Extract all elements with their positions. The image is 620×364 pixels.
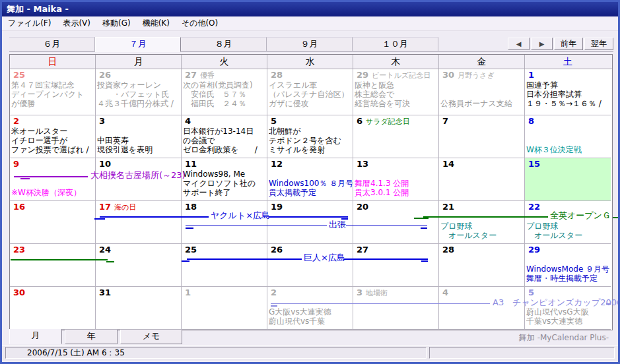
day-cell[interactable]: 27: [353, 244, 439, 286]
day-number: 28: [271, 70, 283, 80]
day-cell[interactable]: 17海の日: [96, 201, 182, 243]
day-cell[interactable]: 2米オールスターイチロー選手がファン投票で選ばれ /: [10, 115, 96, 158]
event-span-line: [271, 303, 490, 304]
day-cell[interactable]: 7: [439, 115, 525, 158]
menu-file[interactable]: ファイル(F): [2, 16, 57, 30]
day-cell[interactable]: 24: [96, 244, 182, 286]
day-cell[interactable]: 23: [10, 244, 96, 286]
event-text: 米オールスター: [10, 127, 95, 136]
menu-function[interactable]: 機能(K): [137, 16, 176, 30]
day-number: 2: [13, 116, 19, 126]
day-cell[interactable]: 25第４７回宝塚記念ディープインパクトが優勝: [10, 69, 96, 115]
day-cell[interactable]: 8W杯３位決定戦: [525, 115, 611, 158]
day-cell[interactable]: 28: [439, 244, 525, 286]
prev-month-button[interactable]: ◀: [508, 38, 530, 50]
day-cell[interactable]: 18: [182, 201, 267, 243]
day-cell[interactable]: 11Windows98, Meマイクロソフト社のサポート終了: [182, 158, 267, 200]
event-span-line: [100, 216, 209, 218]
day-cell[interactable]: 13舞暦4.1.3 公開貫太3.0.1 公開: [353, 158, 439, 200]
day-cell[interactable]: 21プロ野球 オールスター: [439, 201, 525, 243]
event-text: プロ野球: [439, 222, 524, 231]
day-cell[interactable]: 28イスラエル軍（パレスチナ自治区）ガザに侵攻: [267, 69, 353, 115]
tab-year-view[interactable]: 年: [65, 330, 118, 344]
day-cell[interactable]: 20: [353, 201, 439, 243]
event-text: 現役引退を表明: [96, 145, 181, 154]
day-cell[interactable]: 4: [439, 287, 525, 329]
day-cell[interactable]: 1: [182, 287, 267, 329]
day-number: 13: [357, 159, 368, 169]
event-text: WindowsMode ９月号: [525, 264, 611, 274]
day-cell[interactable]: 22プロ野球 オールスター: [525, 201, 611, 243]
day-number: 30: [442, 70, 454, 80]
event-text: オールスター: [439, 231, 524, 240]
day-cell[interactable]: 2G大阪vs大連実徳蔚山現代vs千葉: [267, 287, 353, 329]
tab-month-view[interactable]: 月: [9, 329, 62, 344]
day-cell[interactable]: 25: [182, 244, 267, 286]
event-text: 舞暦・時生掲載予定: [525, 274, 611, 283]
day-cell[interactable]: 30月野うさぎ公務員ボーナス支給: [439, 69, 525, 115]
prev-year-button[interactable]: 前年: [554, 38, 583, 50]
event-text: イスラエル軍: [267, 80, 353, 90]
day-number: 26: [99, 70, 111, 80]
day-cell[interactable]: 6サラダ記念日: [353, 115, 439, 158]
tab-july-selected[interactable]: ７月: [95, 37, 181, 52]
menu-view[interactable]: 表示(V): [57, 16, 96, 30]
event-text: [96, 127, 181, 136]
day-cell[interactable]: 5北朝鮮がテポドン２号を含むミサイルを発射: [267, 115, 353, 158]
day-cell[interactable]: 16: [10, 201, 96, 243]
day-number: 3: [99, 116, 105, 126]
day-number: 25: [185, 245, 197, 255]
day-number: 4: [185, 116, 191, 126]
day-cell[interactable]: 29ビートルズ記念日阪神と阪急株主総会で経営統合を可決: [353, 69, 439, 115]
title-bar[interactable]: 舞加 - Maika -: [2, 2, 618, 16]
status-empty-segment: [429, 347, 615, 359]
tab-august[interactable]: ８月: [181, 37, 267, 51]
event-text: ディープインパクト: [10, 90, 95, 99]
day-label: 海の日: [114, 202, 136, 212]
next-month-button[interactable]: ▶: [531, 38, 553, 50]
event-span-tick: [271, 305, 277, 307]
event-text: 舞暦4.1.3 公開: [353, 179, 438, 188]
next-year-button[interactable]: 翌年: [584, 38, 613, 50]
left-arrow-icon: ◀: [516, 40, 522, 47]
day-cell[interactable]: 5蔚山現代vsG大阪千葉vs大連実徳: [525, 287, 611, 329]
day-cell[interactable]: 14: [439, 158, 525, 200]
day-cell[interactable]: 1国連予算日本分担率試算１９・５％→１６％ /: [525, 69, 611, 115]
day-cell[interactable]: 15: [525, 158, 611, 200]
day-cell[interactable]: 3中田英寿現役引退を表明: [96, 115, 182, 158]
day-number: 7: [442, 116, 448, 126]
day-cell-header: 29: [525, 245, 611, 255]
day-cell[interactable]: 12Windows100％ ８月号貫太掲載予定: [267, 158, 353, 200]
tab-september[interactable]: ９月: [267, 37, 353, 51]
day-cell[interactable]: 29WindowsMode ９月号舞暦・時生掲載予定: [525, 244, 611, 286]
event-text: 安倍氏 ５７％: [182, 90, 267, 99]
day-cell[interactable]: 9※W杯決勝（深夜）: [10, 158, 96, 200]
day-number: 20: [357, 202, 368, 212]
tab-june[interactable]: ６月: [9, 37, 95, 51]
day-cell-header: 21: [439, 202, 524, 212]
day-number: 27: [357, 245, 368, 255]
menu-others[interactable]: その他(O): [176, 16, 224, 30]
menu-bar: ファイル(F) 表示(V) 移動(G) 機能(K) その他(O): [2, 16, 618, 31]
event-text: 貫太3.0.1 公開: [353, 188, 438, 197]
event-text: [439, 90, 524, 99]
event-text: [10, 179, 95, 188]
day-cell[interactable]: 4日本銀行が13-14日の会議でゼロ金利政策を /: [182, 115, 267, 158]
calendar-body: 25第４７回宝塚記念ディープインパクトが優勝26投資家ウォーレン ・バフェット氏…: [10, 69, 611, 330]
tab-october[interactable]: １０月: [353, 37, 438, 51]
day-cell[interactable]: 3地場衛: [353, 287, 439, 329]
day-cell-header: 25: [10, 70, 95, 80]
day-cell[interactable]: 30: [10, 287, 96, 329]
event-text: 北朝鮮が: [267, 127, 353, 136]
day-cell[interactable]: 26: [267, 244, 353, 286]
tab-memo-view[interactable]: メモ: [120, 330, 182, 344]
day-cell[interactable]: 27優香次の首相(党員調査) 安倍氏 ５７％ 福田氏 ２４％: [182, 69, 267, 115]
day-label: サラダ記念日: [366, 117, 410, 127]
event-text: ・バフェット氏: [96, 90, 181, 99]
day-cell[interactable]: 31: [96, 287, 182, 329]
menu-move[interactable]: 移動(G): [96, 16, 137, 30]
event-text: [525, 127, 611, 136]
day-cell-header: 11: [182, 159, 267, 169]
day-cell[interactable]: 26投資家ウォーレン ・バフェット氏４兆３千億円分株式 /: [96, 69, 182, 115]
event-text: [439, 80, 524, 90]
